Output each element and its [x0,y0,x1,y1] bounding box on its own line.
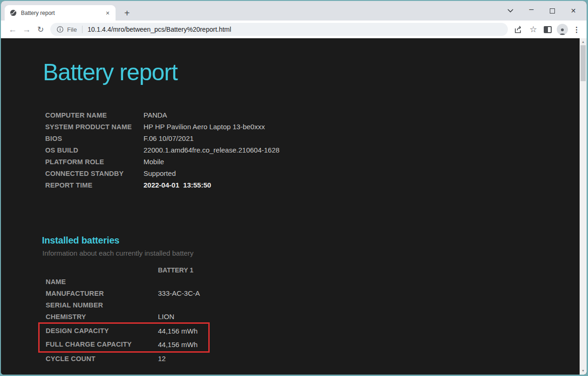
globe-favicon-icon [10,9,17,16]
table-row: SERIAL NUMBER [46,299,210,311]
row-value: HP HP Pavilion Aero Laptop 13-be0xxx [144,123,265,131]
table-row: CONNECTED STANDBY Supported [45,167,280,179]
row-value: PANDA [144,111,167,119]
table-row: PLATFORM ROLE Mobile [45,156,280,167]
row-value: Mobile [144,158,164,166]
table-row: REPORT TIME 2022-04-01 13:55:50 [45,179,280,191]
row-label: DESIGN CAPACITY [46,327,158,334]
row-label: COMPUTER NAME [45,111,144,119]
table-row: COMPUTER NAME PANDA [45,109,280,121]
side-panel-icon[interactable] [540,22,555,36]
row-value: Supported [144,169,176,177]
row-label: SYSTEM PRODUCT NAME [45,123,144,131]
browser-window: Battery report ✕ + – ✕ ← → ↻ File [1,1,587,375]
system-info-table: COMPUTER NAME PANDA SYSTEM PRODUCT NAME … [45,109,280,191]
battery-table: BATTERY 1 NAME MANUFACTURER 333-AC-3C-A … [46,264,210,364]
table-row: MANUFACTURER 333-AC-3C-A [46,287,210,299]
row-label: CHEMISTRY [46,313,158,320]
back-button[interactable]: ← [6,25,20,35]
row-label: SERIAL NUMBER [46,301,158,309]
page-title: Battery report [43,59,178,86]
profile-avatar[interactable] [555,22,569,36]
minimize-button[interactable]: – [521,4,542,18]
browser-toolbar: ← → ↻ File 10.1.4.4/mro/between_pcs/Batt… [1,21,587,38]
page-content: Battery report COMPUTER NAME PANDA SYSTE… [1,38,587,375]
row-label: BIOS [45,135,144,142]
new-tab-button[interactable]: + [121,7,133,20]
site-info-icon[interactable] [57,26,63,33]
table-row: NAME [46,276,210,287]
row-label: FULL CHARGE CAPACITY [46,341,158,348]
maximize-icon [550,8,555,14]
table-row: SYSTEM PRODUCT NAME HP HP Pavilion Aero … [45,121,280,132]
section-heading: Installed batteries [42,235,119,246]
browser-menu-icon[interactable]: ⋮ [569,22,584,36]
reload-button[interactable]: ↻ [34,25,48,35]
scroll-up-icon[interactable]: ▲ [580,39,587,45]
table-header-row: BATTERY 1 [46,264,210,276]
row-value: F.06 10/07/2021 [144,134,194,142]
row-value: LION [158,313,174,320]
section-subheading: Information about each currently install… [42,249,193,257]
table-row: CYCLE COUNT 12 [46,353,210,364]
omnibox-divider [82,26,82,33]
row-label: OS BUILD [45,146,144,154]
row-label: MANUFACTURER [46,290,158,297]
red-annotation-box: DESIGN CAPACITY 44,156 mWh FULL CHARGE C… [38,322,210,353]
row-label: REPORT TIME [45,181,144,189]
address-bar[interactable]: File 10.1.4.4/mro/between_pcs/Battery%20… [50,23,508,36]
table-row: OS BUILD 22000.1.amd64fre.co_release.210… [45,144,280,156]
table-row: FULL CHARGE CAPACITY 44,156 mWh [46,338,208,350]
tab-title: Battery report [21,10,103,16]
tab-search-chevron-icon[interactable] [500,4,521,18]
tab-close-icon[interactable]: ✕ [103,9,112,17]
row-value: 333-AC-3C-A [158,289,200,297]
bookmark-star-icon[interactable]: ☆ [526,22,540,36]
window-controls: – ✕ [500,1,584,21]
row-label: PLATFORM ROLE [45,158,144,166]
close-window-button[interactable]: ✕ [563,4,584,18]
scrollbar-thumb[interactable] [581,45,586,81]
page-scrollbar[interactable]: ▲ ▼ [580,38,587,375]
battery-column-header: BATTERY 1 [158,266,193,274]
share-icon[interactable] [512,22,526,36]
row-value: 44,156 mWh [158,327,198,335]
forward-button[interactable]: → [20,25,34,35]
maximize-button[interactable] [542,4,563,18]
row-label: CONNECTED STANDBY [45,170,144,177]
scroll-down-icon[interactable]: ▼ [580,368,587,374]
row-value: 22000.1.amd64fre.co_release.210604-1628 [144,146,280,154]
row-label: NAME [46,278,158,285]
url-text[interactable]: 10.1.4.4/mro/between_pcs/Battery%20repor… [88,26,501,33]
table-row: DESIGN CAPACITY 44,156 mWh [46,325,208,337]
browser-tab[interactable]: Battery report ✕ [5,5,116,21]
row-value: 44,156 mWh [158,341,198,348]
table-row: CHEMISTRY LION [46,311,210,322]
row-value: 2022-04-01 13:55:50 [144,181,211,189]
table-row: BIOS F.06 10/07/2021 [45,132,280,144]
tab-strip: Battery report ✕ + – ✕ [1,1,587,21]
row-label: CYCLE COUNT [46,355,158,362]
row-value: 12 [158,355,166,362]
url-scheme-label: File [67,26,77,33]
